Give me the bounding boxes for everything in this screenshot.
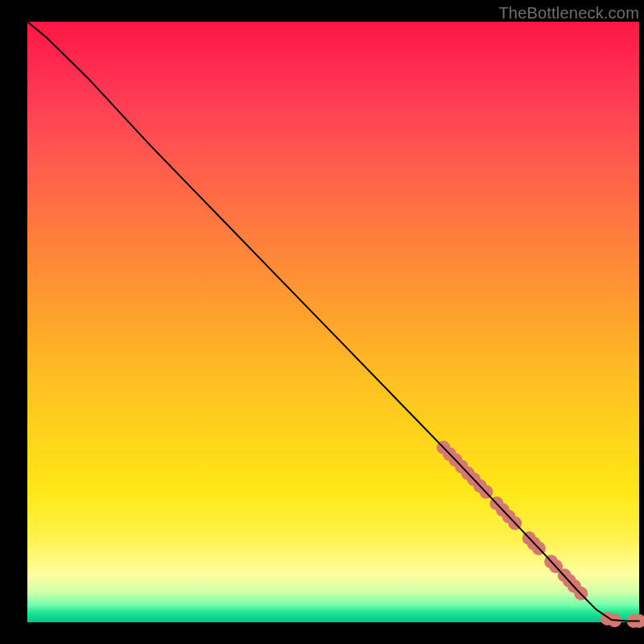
chart-container: TheBottleneck.com <box>0 0 644 644</box>
data-markers <box>436 440 644 628</box>
plot-overlay <box>0 0 644 644</box>
curve-line <box>27 22 639 621</box>
